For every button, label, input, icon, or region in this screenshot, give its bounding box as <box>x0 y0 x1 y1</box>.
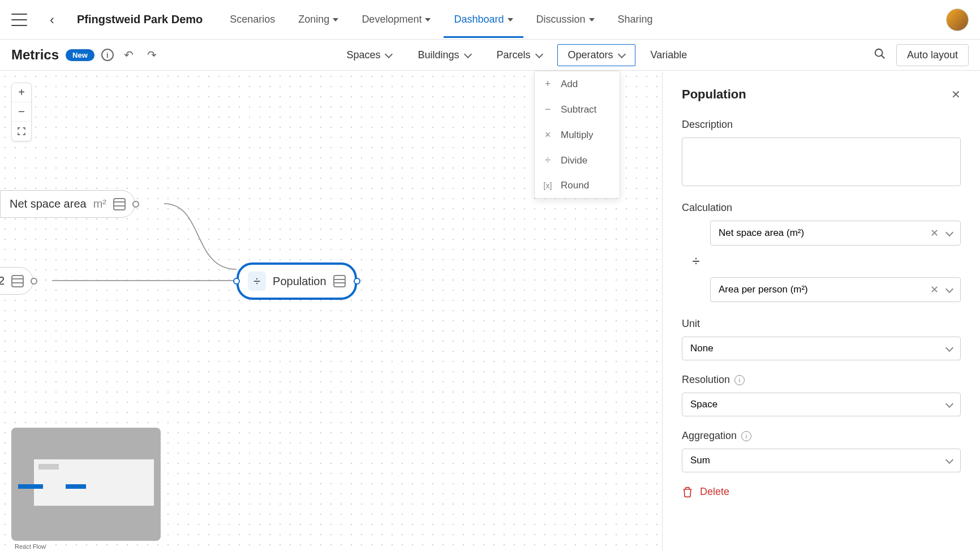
round-icon: [x] <box>543 181 553 190</box>
node-handle-out[interactable] <box>31 278 37 285</box>
delete-button[interactable]: Delete <box>682 486 961 498</box>
top-nav: ‹ Pfingstweid Park Demo Scenarios Zoning… <box>0 0 980 40</box>
label-text: Aggregation <box>682 430 737 442</box>
nav-label: Development <box>362 14 422 25</box>
description-input[interactable] <box>682 137 961 186</box>
search-icon[interactable] <box>874 48 886 63</box>
toolbar-spaces[interactable]: Spaces <box>336 44 402 66</box>
node-handle-in[interactable] <box>233 278 240 285</box>
calculation-label: Calculation <box>682 202 961 214</box>
toolbar-parcels[interactable]: Parcels <box>486 44 553 66</box>
calc-input-1[interactable]: Net space area (m²) ✕ <box>710 221 961 246</box>
op-label: Round <box>561 180 589 191</box>
chevron-down-icon <box>945 399 953 407</box>
node-population[interactable]: ÷ Population <box>237 262 357 300</box>
node-net-space-area[interactable]: Net space area m² <box>0 190 135 218</box>
minimap[interactable]: React Flow <box>11 428 161 541</box>
resolution-select[interactable]: Space <box>682 393 961 416</box>
operator-round[interactable]: [x]Round <box>535 173 620 198</box>
redo-icon[interactable]: ↷ <box>144 48 160 62</box>
clear-icon[interactable]: ✕ <box>930 283 939 296</box>
minimap-viewport <box>34 459 154 506</box>
btn-label: Operators <box>568 49 613 61</box>
clear-icon[interactable]: ✕ <box>930 227 939 239</box>
operator-divide[interactable]: ÷Divide <box>535 148 620 173</box>
delete-label: Delete <box>700 486 729 498</box>
node-label: Population <box>273 275 326 288</box>
svg-point-0 <box>875 49 883 56</box>
chevron-down-icon[interactable] <box>945 285 953 292</box>
node-partial[interactable]: 2 <box>0 267 33 295</box>
op-label: Multiply <box>561 130 594 141</box>
divide-icon: ÷ <box>248 272 266 291</box>
auto-layout-button[interactable]: Auto layout <box>896 44 969 66</box>
select-value: Space <box>690 399 717 410</box>
caret-down-icon <box>425 18 431 21</box>
nav-scenarios[interactable]: Scenarios <box>220 1 285 38</box>
operators-dropdown: +Add −Subtract ×Multiply ÷Divide [x]Roun… <box>534 71 620 199</box>
back-button[interactable]: ‹ <box>44 12 60 28</box>
user-avatar[interactable] <box>946 8 969 31</box>
toolbar-buildings[interactable]: Buildings <box>407 44 481 66</box>
node-unit: m² <box>93 197 106 210</box>
node-label: Net space area <box>10 197 87 210</box>
toolbar-center: Spaces Buildings Parcels Operators Varia… <box>160 44 874 66</box>
metrics-toolbar: Metrics New i ↶ ↷ Spaces Buildings Parce… <box>0 40 980 71</box>
toolbar-left: Metrics New i ↶ ↷ <box>11 47 160 63</box>
plus-icon: + <box>543 78 553 90</box>
node-handle-out[interactable] <box>354 278 360 285</box>
calc-input-2[interactable]: Area per person (m²) ✕ <box>710 277 961 302</box>
zoom-controls: + − <box>11 83 32 141</box>
nav-sharing[interactable]: Sharing <box>608 1 663 38</box>
operator-multiply[interactable]: ×Multiply <box>535 122 620 148</box>
calc-operator: ÷ <box>682 253 710 269</box>
resolution-label: Resolution i <box>682 374 961 386</box>
trash-icon <box>682 487 693 498</box>
table-icon <box>333 275 346 287</box>
nav-development[interactable]: Development <box>351 1 441 38</box>
chevron-down-icon[interactable] <box>945 228 953 236</box>
chevron-down-icon <box>618 50 626 58</box>
btn-label: Parcels <box>497 49 531 61</box>
operator-add[interactable]: +Add <box>535 71 620 97</box>
close-icon[interactable]: ✕ <box>951 88 961 101</box>
nav-label: Scenarios <box>230 14 275 25</box>
calc-value: Area per person (m²) <box>719 284 808 295</box>
multiply-icon: × <box>543 129 553 141</box>
nav-label: Sharing <box>618 14 653 25</box>
operator-subtract[interactable]: −Subtract <box>535 97 620 122</box>
select-value: Sum <box>690 455 710 466</box>
undo-icon[interactable]: ↶ <box>121 48 137 62</box>
caret-down-icon <box>508 18 513 21</box>
node-handle-out[interactable] <box>132 201 139 208</box>
op-label: Subtract <box>561 104 596 115</box>
minimap-node <box>38 464 59 470</box>
chevron-down-icon <box>945 455 953 463</box>
nav-discussion[interactable]: Discussion <box>526 1 605 38</box>
unit-select[interactable]: None <box>682 337 961 360</box>
fit-view-button[interactable] <box>12 122 31 141</box>
project-title: Pfingstweid Park Demo <box>77 13 203 26</box>
chevron-down-icon <box>385 50 393 58</box>
label-text: Resolution <box>682 374 730 386</box>
info-icon[interactable]: i <box>734 375 745 385</box>
zoom-out-button[interactable]: − <box>12 102 31 122</box>
select-value: None <box>690 343 713 354</box>
info-icon[interactable]: i <box>101 49 114 61</box>
toolbar-variable[interactable]: Variable <box>640 44 698 66</box>
info-icon[interactable]: i <box>741 431 751 441</box>
op-label: Divide <box>561 155 587 166</box>
nav-zoning[interactable]: Zoning <box>288 1 349 38</box>
zoom-in-button[interactable]: + <box>12 83 31 102</box>
toolbar-title: Metrics <box>11 47 59 63</box>
nav-label: Discussion <box>536 14 586 25</box>
toolbar-operators[interactable]: Operators <box>557 44 635 66</box>
toolbar-right: Auto layout <box>874 44 969 66</box>
nav-dashboard[interactable]: Dashboard <box>444 1 523 38</box>
aggregation-select[interactable]: Sum <box>682 449 961 472</box>
divide-icon: ÷ <box>543 154 553 166</box>
minimap-node <box>18 484 43 489</box>
btn-label: Buildings <box>418 49 459 61</box>
hamburger-menu-icon[interactable] <box>11 14 27 26</box>
nav-label: Dashboard <box>454 14 504 25</box>
